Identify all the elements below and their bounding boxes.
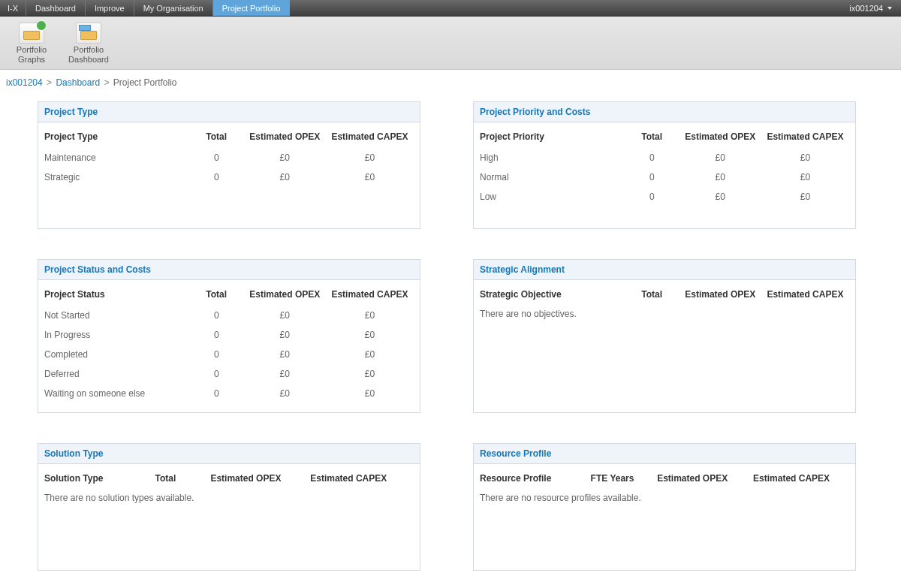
- col-header: Estimated OPEX: [680, 127, 764, 148]
- cell-opex: £0: [244, 148, 329, 167]
- user-label: ix001204: [849, 4, 883, 13]
- cell-name: Not Started: [44, 306, 192, 325]
- col-header: Estimated OPEX: [244, 127, 329, 148]
- empty-message: There are no resource profiles available…: [480, 490, 849, 503]
- breadcrumb-parent[interactable]: Dashboard: [56, 77, 100, 88]
- col-header: Strategic Objective: [480, 285, 628, 306]
- panel-title: Strategic Alignment: [474, 260, 855, 280]
- panels-grid: Project Type Project Type Total Estimate…: [0, 94, 901, 588]
- cell-total: 0: [192, 167, 244, 187]
- cell-capex: £0: [329, 345, 414, 364]
- col-header: Estimated OPEX: [210, 469, 310, 490]
- panel-title: Project Priority and Costs: [474, 102, 855, 122]
- col-header: Estimated OPEX: [244, 285, 329, 306]
- cell-total: 0: [628, 187, 680, 207]
- cell-name: Waiting on someone else: [44, 384, 192, 403]
- cell-capex: £0: [329, 325, 414, 345]
- panel-project-type: Project Type Project Type Total Estimate…: [38, 101, 420, 229]
- empty-message: There are no solution types available.: [44, 490, 414, 503]
- col-header: Estimated CAPEX: [753, 469, 849, 490]
- ribbon-label: Graphs: [9, 55, 54, 65]
- portfolio-graphs-button[interactable]: Portfolio Graphs: [9, 23, 54, 65]
- table-row: Not Started0£0£0: [44, 306, 414, 325]
- col-header: Project Priority: [480, 127, 628, 148]
- strategic-alignment-table: Strategic Objective Total Estimated OPEX…: [480, 285, 849, 306]
- cell-capex: £0: [764, 148, 849, 167]
- cell-opex: £0: [244, 306, 329, 325]
- cell-opex: £0: [244, 364, 329, 384]
- col-header: Estimated OPEX: [657, 469, 753, 490]
- table-row: Low0£0£0: [480, 187, 849, 207]
- col-header: Estimated CAPEX: [310, 469, 414, 490]
- col-header: Estimated OPEX: [680, 285, 764, 306]
- tab-my-organisation[interactable]: My Organisation: [134, 0, 213, 16]
- cell-opex: £0: [680, 187, 764, 207]
- panel-title: Project Type: [38, 102, 420, 122]
- cell-name: Completed: [44, 345, 192, 364]
- cell-capex: £0: [764, 167, 849, 187]
- breadcrumb-root[interactable]: ix001204: [6, 77, 43, 88]
- table-row: Maintenance0£0£0: [44, 148, 414, 167]
- dashboard-icon: [76, 23, 101, 44]
- cell-capex: £0: [329, 148, 414, 167]
- user-menu[interactable]: ix001204: [840, 0, 901, 16]
- cell-opex: £0: [244, 167, 329, 187]
- col-header: Total: [192, 285, 244, 306]
- col-header: Estimated CAPEX: [329, 127, 414, 148]
- cell-total: 0: [628, 167, 680, 187]
- tab-project-portfolio[interactable]: Project Portfolio: [213, 0, 291, 16]
- cell-total: 0: [192, 384, 244, 403]
- cell-capex: £0: [329, 364, 414, 384]
- empty-message: There are no objectives.: [480, 306, 849, 319]
- table-row: Normal0£0£0: [480, 167, 849, 187]
- cell-total: 0: [192, 364, 244, 384]
- col-header: Project Status: [44, 285, 192, 306]
- cell-total: 0: [192, 148, 244, 167]
- cell-name: Low: [480, 187, 628, 207]
- cell-name: Normal: [480, 167, 628, 187]
- panel-solution-type: Solution Type Solution Type Total Estima…: [38, 443, 420, 571]
- cell-opex: £0: [680, 167, 764, 187]
- col-header: Project Type: [44, 127, 192, 148]
- table-row: Strategic0£0£0: [44, 167, 414, 187]
- panel-strategic-alignment: Strategic Alignment Strategic Objective …: [473, 259, 856, 413]
- cell-name: Maintenance: [44, 148, 192, 167]
- cell-name: High: [480, 148, 628, 167]
- panel-resource-profile: Resource Profile Resource Profile FTE Ye…: [473, 443, 856, 571]
- panel-project-status: Project Status and Costs Project Status …: [38, 259, 420, 413]
- table-row: Completed0£0£0: [44, 345, 414, 364]
- cell-name: In Progress: [44, 325, 192, 345]
- panel-title: Solution Type: [38, 444, 420, 464]
- cell-total: 0: [628, 148, 680, 167]
- ribbon-label: Dashboard: [66, 55, 111, 65]
- project-status-table: Project Status Total Estimated OPEX Esti…: [44, 285, 414, 403]
- panel-title: Resource Profile: [474, 444, 855, 464]
- ribbon-label: Portfolio: [66, 45, 111, 55]
- brand-label: I-X: [0, 0, 26, 16]
- resource-profile-table: Resource Profile FTE Years Estimated OPE…: [480, 469, 849, 490]
- project-type-table: Project Type Total Estimated OPEX Estima…: [44, 127, 414, 187]
- cell-opex: £0: [244, 325, 329, 345]
- col-header: Total: [628, 285, 680, 306]
- cell-total: 0: [192, 306, 244, 325]
- cell-capex: £0: [764, 187, 849, 207]
- cell-opex: £0: [680, 148, 764, 167]
- cell-capex: £0: [329, 384, 414, 403]
- top-nav: I-X Dashboard Improve My Organisation Pr…: [0, 0, 901, 17]
- col-header: FTE Years: [591, 469, 658, 490]
- col-header: Estimated CAPEX: [764, 127, 849, 148]
- portfolio-dashboard-button[interactable]: Portfolio Dashboard: [66, 23, 111, 65]
- col-header: Total: [192, 127, 244, 148]
- cell-total: 0: [192, 345, 244, 364]
- cell-total: 0: [192, 325, 244, 345]
- tab-dashboard[interactable]: Dashboard: [26, 0, 86, 16]
- col-header: Total: [628, 127, 680, 148]
- solution-type-table: Solution Type Total Estimated OPEX Estim…: [44, 469, 414, 490]
- table-row: In Progress0£0£0: [44, 325, 414, 345]
- cell-capex: £0: [329, 167, 414, 187]
- cell-opex: £0: [244, 345, 329, 364]
- ribbon-toolbar: Portfolio Graphs Portfolio Dashboard: [0, 17, 901, 70]
- tab-improve[interactable]: Improve: [86, 0, 134, 16]
- graphs-icon: [19, 23, 44, 44]
- table-row: Deferred0£0£0: [44, 364, 414, 384]
